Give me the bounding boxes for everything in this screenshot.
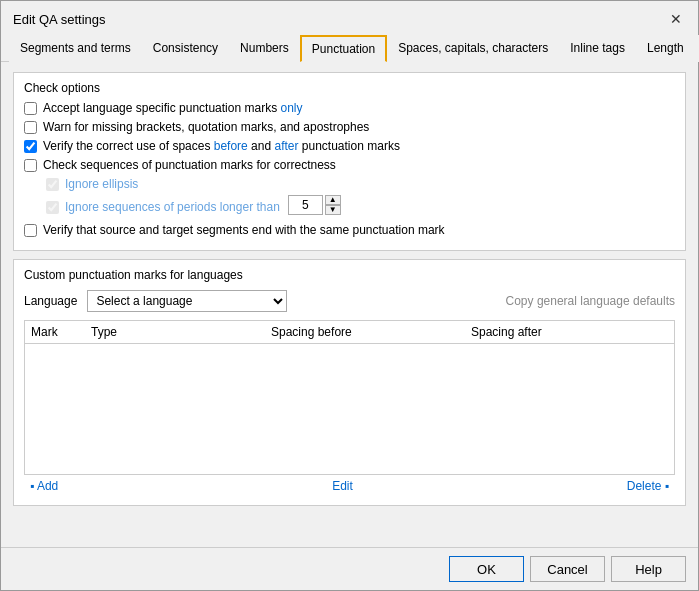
verify-same-label: Verify that source and target segments e… xyxy=(43,223,445,237)
verify-spaces-checkbox[interactable] xyxy=(24,140,37,153)
check-sequences-checkbox[interactable] xyxy=(24,159,37,172)
ignore-ellipsis-label: Ignore ellipsis xyxy=(65,177,138,191)
add-action[interactable]: ▪ Add xyxy=(30,479,58,493)
ignore-periods-link: Ignore sequences of periods longer than xyxy=(65,200,280,214)
tab-segments[interactable]: Segments and terms xyxy=(9,35,142,62)
tab-punctuation[interactable]: Punctuation xyxy=(300,35,387,62)
sub-options-container: Ignore ellipsis Ignore sequences of peri… xyxy=(46,177,675,219)
verify-same-text: Verify that source and target segments e… xyxy=(43,223,445,237)
title-bar: Edit QA settings ✕ xyxy=(1,1,698,35)
accept-lang-link[interactable]: only xyxy=(280,101,302,115)
copy-defaults-link[interactable]: Copy general language defaults xyxy=(506,294,675,308)
verify-spaces-text2: punctuation marks xyxy=(299,139,400,153)
tab-length[interactable]: Length xyxy=(636,35,695,62)
custom-section-title: Custom punctuation marks for languages xyxy=(24,268,675,282)
ignore-ellipsis-link: Ignore ellipsis xyxy=(65,177,138,191)
tab-regex[interactable]: Regex xyxy=(695,35,699,62)
sub-option-ignore-ellipsis: Ignore ellipsis xyxy=(46,177,675,191)
ignore-periods-checkbox xyxy=(46,201,59,214)
accept-lang-label: Accept language specific punctuation mar… xyxy=(43,101,302,115)
check-options-title: Check options xyxy=(24,81,675,95)
accept-lang-checkbox[interactable] xyxy=(24,102,37,115)
check-sequences-label: Check sequences of punctuation marks for… xyxy=(43,158,336,172)
dialog-title: Edit QA settings xyxy=(13,12,106,27)
option-accept-lang: Accept language specific punctuation mar… xyxy=(24,101,675,115)
sub-option-ignore-periods: Ignore sequences of periods longer than … xyxy=(46,195,675,219)
verify-spaces-and: and xyxy=(248,139,275,153)
ignore-ellipsis-checkbox xyxy=(46,178,59,191)
spinner-up-button[interactable]: ▲ xyxy=(325,195,341,205)
edit-qa-dialog: Edit QA settings ✕ Segments and terms Co… xyxy=(0,0,699,591)
table-body xyxy=(25,344,674,474)
table-header: Mark Type Spacing before Spacing after xyxy=(25,321,674,344)
verify-spaces-text1: Verify the correct use of spaces xyxy=(43,139,214,153)
delete-action[interactable]: Delete ▪ xyxy=(627,479,669,493)
ignore-periods-label: Ignore sequences of periods longer than xyxy=(65,200,280,214)
col-type: Type xyxy=(91,325,271,339)
tab-spaces[interactable]: Spaces, capitals, characters xyxy=(387,35,559,62)
help-button[interactable]: Help xyxy=(611,556,686,582)
verify-spaces-after-link[interactable]: after xyxy=(274,139,298,153)
option-verify-spaces: Verify the correct use of spaces before … xyxy=(24,139,675,153)
option-warn-brackets: Warn for missing brackets, quotation mar… xyxy=(24,120,675,134)
dialog-footer: OK Cancel Help xyxy=(1,547,698,590)
warn-brackets-label: Warn for missing brackets, quotation mar… xyxy=(43,120,369,134)
spinner-buttons: ▲ ▼ xyxy=(325,195,341,215)
tab-inline[interactable]: Inline tags xyxy=(559,35,636,62)
tab-consistency[interactable]: Consistency xyxy=(142,35,229,62)
custom-section: Custom punctuation marks for languages L… xyxy=(13,259,686,506)
edit-action[interactable]: Edit xyxy=(332,479,353,493)
close-button[interactable]: ✕ xyxy=(666,9,686,29)
periods-spinner-input[interactable] xyxy=(288,195,323,215)
accept-lang-text-plain: Accept language specific punctuation mar… xyxy=(43,101,280,115)
warn-brackets-checkbox[interactable] xyxy=(24,121,37,134)
cancel-button[interactable]: Cancel xyxy=(530,556,605,582)
option-verify-same: Verify that source and target segments e… xyxy=(24,223,675,237)
tab-numbers[interactable]: Numbers xyxy=(229,35,300,62)
language-row: Language Select a language Copy general … xyxy=(24,290,675,312)
col-mark: Mark xyxy=(31,325,91,339)
col-spacing-before: Spacing before xyxy=(271,325,471,339)
content-area: Check options Accept language specific p… xyxy=(1,62,698,547)
tabs-container: Segments and terms Consistency Numbers P… xyxy=(1,35,698,62)
language-select[interactable]: Select a language xyxy=(87,290,287,312)
verify-same-checkbox[interactable] xyxy=(24,224,37,237)
check-sequences-text: Check sequences of punctuation marks for… xyxy=(43,158,336,172)
verify-spaces-before-link[interactable]: before xyxy=(214,139,248,153)
spinner-down-button[interactable]: ▼ xyxy=(325,205,341,215)
language-label: Language xyxy=(24,294,77,308)
col-spacing-after: Spacing after xyxy=(471,325,668,339)
table-actions: ▪ Add Edit Delete ▪ xyxy=(24,475,675,497)
ok-button[interactable]: OK xyxy=(449,556,524,582)
option-check-sequences: Check sequences of punctuation marks for… xyxy=(24,158,675,172)
warn-brackets-text: Warn for missing brackets, quotation mar… xyxy=(43,120,369,134)
verify-spaces-label: Verify the correct use of spaces before … xyxy=(43,139,400,153)
custom-table: Mark Type Spacing before Spacing after xyxy=(24,320,675,475)
spinner-container: ▲ ▼ xyxy=(288,195,341,215)
check-options-section: Check options Accept language specific p… xyxy=(13,72,686,251)
